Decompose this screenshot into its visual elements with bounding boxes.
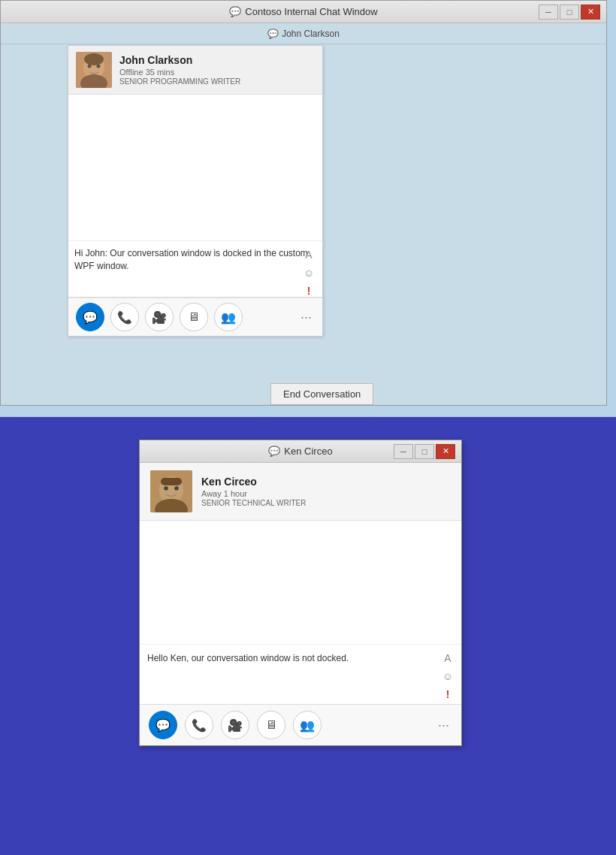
minimize-button-bottom[interactable]: ─ [394,444,413,459]
maximize-button[interactable]: □ [560,5,579,20]
user-role-john: SENIOR PROGRAMMING WRITER [119,77,240,86]
font-icon-john[interactable]: A [301,247,316,262]
toolbar-john: 💬 📞 🎥 🖥 👥 ··· [68,298,322,336]
screen-btn-john[interactable]: 🖥 [180,303,208,331]
chat-icon-bottom-title: 💬 [268,446,280,457]
user-name-john: John Clarkson [119,54,240,66]
toolbar-ken: 💬 📞 🎥 🖥 👥 ··· [140,705,461,745]
chat-icon-title: 💬 [229,6,241,17]
video-btn-john[interactable]: 🎥 [145,303,174,331]
bottom-window-title: 💬 Ken Circeo [268,446,332,457]
emoji-icon-john[interactable]: ☺ [301,265,316,280]
message-input-john[interactable]: Hi John: Our conversation window is dock… [68,241,322,298]
top-window-frame: 💬 Contoso Internal Chat Window ─ □ ✕ 💬 J… [0,0,607,406]
address-chat-icon: 💬 [267,29,279,39]
chat-btn-ken[interactable]: 💬 [149,711,177,739]
screen-btn-ken[interactable]: 🖥 [257,711,285,739]
input-icons-ken: A ☺ ! [440,651,455,702]
people-btn-ken[interactable]: 👥 [293,711,322,739]
maximize-button-bottom[interactable]: □ [415,444,434,459]
chat-area-ken [140,521,461,645]
message-text-john: Hi John: Our conversation window is dock… [74,247,316,273]
font-icon-ken[interactable]: A [440,651,455,666]
user-header-john: John Clarkson Offline 35 mins SENIOR PRO… [68,46,322,95]
svg-point-10 [174,486,179,491]
svg-point-9 [164,486,168,491]
input-icons-john: A ☺ ! [301,247,316,298]
address-bar-top: 💬 John Clarkson [1,23,606,44]
emoji-icon-ken[interactable]: ☺ [440,669,455,684]
more-btn-ken[interactable]: ··· [435,715,452,736]
top-window-title: 💬 Contoso Internal Chat Window [229,6,377,17]
user-name-ken: Ken Circeo [201,476,306,488]
bottom-titlebar: 💬 Ken Circeo ─ □ ✕ [140,440,461,463]
svg-point-5 [84,53,104,65]
close-button-top[interactable]: ✕ [581,5,600,20]
chat-area-john [68,95,322,241]
bottom-section: 💬 Ken Circeo ─ □ ✕ [0,417,616,855]
alert-icon-john[interactable]: ! [301,283,316,298]
user-status-ken: Away 1 hour [201,489,306,498]
phone-btn-john[interactable]: 📞 [110,303,139,331]
user-role-ken: SENIOR TECHNICAL WRITER [201,499,306,507]
end-conversation-button[interactable]: End Conversation [270,383,373,405]
user-info-john: John Clarkson Offline 35 mins SENIOR PRO… [119,54,240,86]
bottom-window-controls: ─ □ ✕ [394,444,455,459]
minimize-button[interactable]: ─ [539,5,558,20]
alert-icon-ken[interactable]: ! [440,687,455,702]
message-text-ken: Hello Ken, our conversation window is no… [147,652,454,665]
user-header-ken: Ken Circeo Away 1 hour SENIOR TECHNICAL … [140,463,461,521]
people-btn-john[interactable]: 👥 [214,303,243,331]
video-btn-ken[interactable]: 🎥 [221,711,249,739]
user-info-ken: Ken Circeo Away 1 hour SENIOR TECHNICAL … [201,476,306,507]
close-button-bottom[interactable]: ✕ [436,444,455,459]
chat-btn-john[interactable]: 💬 [76,303,104,331]
top-titlebar: 💬 Contoso Internal Chat Window ─ □ ✕ [1,1,606,23]
user-status-john: Offline 35 mins [119,68,240,77]
avatar-ken [150,470,192,512]
chat-panel-top: John Clarkson Offline 35 mins SENIOR PRO… [68,45,323,337]
top-window-controls: ─ □ ✕ [539,5,600,20]
top-section: 💬 Contoso Internal Chat Window ─ □ ✕ 💬 J… [0,0,616,417]
message-input-ken[interactable]: Hello Ken, our conversation window is no… [140,645,461,705]
avatar-john [76,52,112,88]
phone-btn-ken[interactable]: 📞 [185,711,213,739]
more-btn-john[interactable]: ··· [297,307,315,328]
bottom-window-frame: 💬 Ken Circeo ─ □ ✕ [139,440,462,746]
svg-rect-11 [161,478,182,485]
